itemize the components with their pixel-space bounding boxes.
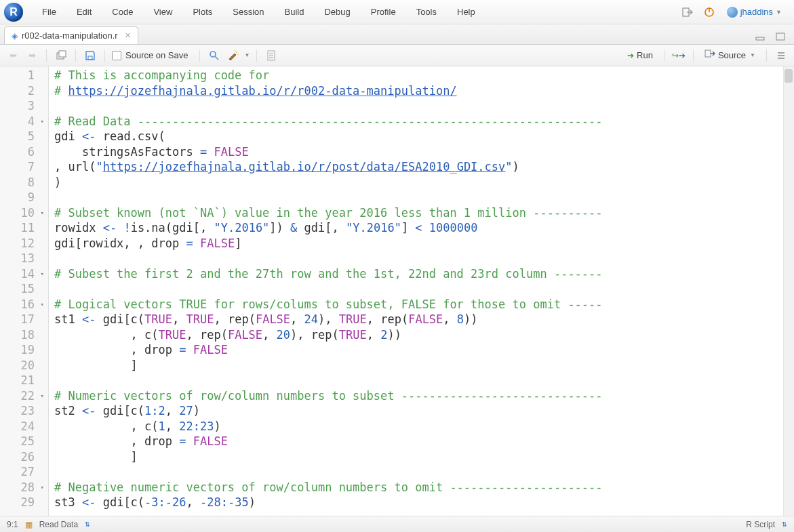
fold-toggle-icon[interactable]: ▾ <box>37 266 44 282</box>
editor-toolbar: ⬅ ➡ Source on Save ▼ ➔ Run ↪➔ Source ▼ <box>0 45 794 66</box>
editor-tab[interactable]: ◈ r002-data-manipulation.r ✕ <box>4 26 138 44</box>
compile-report-icon[interactable] <box>264 48 279 63</box>
line-number: 28▾ <box>0 480 44 495</box>
menu-profile[interactable]: Profile <box>361 4 405 20</box>
code-area[interactable]: # This is accompanying code for# https:/… <box>49 66 794 516</box>
svg-rect-17 <box>705 50 711 57</box>
line-number: 21 <box>0 373 44 388</box>
line-number: 7 <box>0 159 44 175</box>
svg-rect-7 <box>88 56 92 60</box>
outline-icon[interactable] <box>774 48 789 63</box>
source-button[interactable]: Source ▼ <box>700 48 759 62</box>
code-line: , c(TRUE, rep(FALSE, 20), rep(TRUE, 2)) <box>54 327 794 343</box>
file-type[interactable]: R Script <box>746 520 775 529</box>
menu-edit[interactable]: Edit <box>67 4 101 20</box>
source-arrow-icon <box>704 49 715 61</box>
code-line: ] <box>54 358 794 373</box>
run-button[interactable]: ➔ Run <box>623 49 657 62</box>
scrollbar-track[interactable] <box>783 66 794 516</box>
user-menu[interactable]: jhaddins ▼ <box>723 5 786 19</box>
menu-tools[interactable]: Tools <box>407 4 446 20</box>
code-line: st1 <- gdi[c(TRUE, TRUE, rep(FALSE, 24),… <box>54 312 794 327</box>
minimize-pane-icon[interactable] <box>752 28 768 45</box>
rerun-icon[interactable]: ↪➔ <box>671 48 686 63</box>
fold-toggle-icon[interactable]: ▾ <box>37 114 44 129</box>
run-label: Run <box>637 50 653 60</box>
scrollbar-thumb[interactable] <box>785 69 793 83</box>
save-icon[interactable] <box>83 48 98 63</box>
svg-point-11 <box>237 54 239 55</box>
line-number: 26 <box>0 449 44 465</box>
code-line <box>54 373 794 388</box>
code-line: , drop = FALSE <box>54 342 794 358</box>
code-line: # This is accompanying code for <box>54 68 794 83</box>
run-arrow-icon: ➔ <box>627 51 634 60</box>
line-number: 27 <box>0 464 44 480</box>
forward-icon[interactable]: ➡ <box>24 48 39 63</box>
code-line: gdi <- read.csv( <box>54 129 794 144</box>
menu-debug[interactable]: Debug <box>315 4 359 20</box>
status-bar: 9:1 ▦ Read Data ⇅ R Script ⇅ <box>0 516 794 532</box>
code-line: gdi[rowidx, , drop = FALSE] <box>54 236 794 251</box>
code-line: , c(1, 22:23) <box>54 419 794 434</box>
code-tools-icon[interactable] <box>226 48 241 63</box>
line-number: 12 <box>0 236 44 251</box>
svg-point-12 <box>235 50 236 52</box>
fold-toggle-icon[interactable]: ▾ <box>37 205 44 221</box>
code-line: # Numeric vectors of row/column numbers … <box>54 388 794 404</box>
rstudio-logo: R <box>4 3 23 22</box>
section-name[interactable]: Read Data <box>39 520 78 529</box>
line-number: 17 <box>0 312 44 327</box>
source-on-save-checkbox[interactable] <box>112 51 121 60</box>
chevron-down-icon[interactable]: ▼ <box>245 52 250 58</box>
line-number: 9 <box>0 190 44 205</box>
line-number: 8 <box>0 175 44 190</box>
line-number: 5 <box>0 129 44 144</box>
find-icon[interactable] <box>207 48 222 63</box>
line-number: 13 <box>0 251 44 266</box>
back-icon[interactable]: ⬅ <box>5 48 20 63</box>
fold-toggle-icon[interactable]: ▾ <box>37 480 44 495</box>
line-number: 23 <box>0 403 44 419</box>
exit-icon[interactable] <box>679 4 696 20</box>
line-number: 24 <box>0 419 44 434</box>
code-line: # Subest the first 2 and the 27th row an… <box>54 266 794 282</box>
power-icon[interactable] <box>701 4 717 20</box>
menu-view[interactable]: View <box>144 4 182 20</box>
fold-toggle-icon[interactable]: ▾ <box>37 297 44 312</box>
sort-icon: ⇅ <box>782 521 787 528</box>
line-number: 25 <box>0 434 44 449</box>
svg-rect-3 <box>756 37 764 40</box>
code-line: rowidx <- !is.na(gdi[, "Y.2016"]) & gdi[… <box>54 220 794 236</box>
line-number: 29 <box>0 495 44 510</box>
line-number: 6 <box>0 144 44 160</box>
show-in-new-window-icon[interactable] <box>54 48 68 63</box>
code-line <box>54 251 794 266</box>
avatar-icon <box>727 7 738 18</box>
menu-code[interactable]: Code <box>102 4 142 20</box>
code-line <box>54 464 794 480</box>
menu-session[interactable]: Session <box>223 4 273 20</box>
editor[interactable]: 1234▾5678910▾11121314▾1516▾171819202122▾… <box>0 66 794 516</box>
menu-file[interactable]: File <box>33 4 66 20</box>
code-line: stringsAsFactors = FALSE <box>54 144 794 160</box>
close-tab-icon[interactable]: ✕ <box>125 31 131 40</box>
code-line: # Read Data ----------------------------… <box>54 114 794 129</box>
line-number: 15 <box>0 281 44 297</box>
maximize-pane-icon[interactable] <box>772 28 789 45</box>
code-line: # https://jozefhajnala.gitlab.io/r/r002-… <box>54 83 794 99</box>
menu-build[interactable]: Build <box>275 4 314 20</box>
menu-help[interactable]: Help <box>448 4 485 20</box>
svg-line-9 <box>215 56 218 60</box>
fold-toggle-icon[interactable]: ▾ <box>37 388 44 404</box>
tab-filename: r002-data-manipulation.r <box>22 30 118 41</box>
cursor-position: 9:1 <box>7 520 18 529</box>
code-line: # Logical vectors TRUE for rows/colums t… <box>54 297 794 312</box>
menu-plots[interactable]: Plots <box>183 4 222 20</box>
line-number: 16▾ <box>0 297 44 312</box>
source-label: Source <box>718 50 746 60</box>
svg-rect-6 <box>59 51 66 57</box>
code-line: , url("https://jozefhajnala.gitlab.io/r/… <box>54 159 794 175</box>
tab-bar: ◈ r002-data-manipulation.r ✕ <box>0 24 794 45</box>
line-number: 1 <box>0 68 44 83</box>
